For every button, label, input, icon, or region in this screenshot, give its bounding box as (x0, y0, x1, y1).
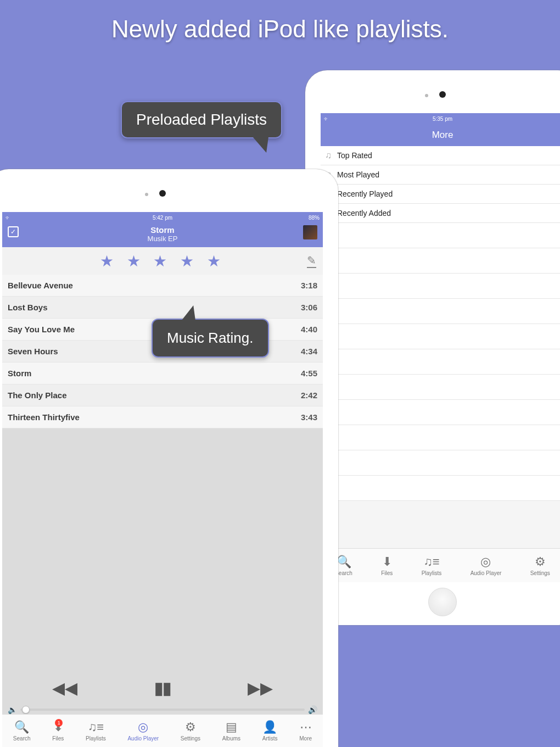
download-icon: ⬇ (382, 555, 392, 569)
star-rating[interactable]: ★ ★ ★ ★ ★ (100, 252, 225, 270)
ipad-playlists-device: ᯤ 5:35 pm More ♫Top Rated ♫Most Played ♫… (305, 70, 560, 625)
status-bar: ᯤ 5:35 pm (321, 113, 560, 124)
tab-search[interactable]: 🔍Search (13, 720, 31, 742)
tab-settings[interactable]: ⚙Settings (181, 720, 200, 742)
tab-bar: 🔍Search ⬇Files ♫≡Playlists ◎Audio Player… (321, 548, 560, 582)
playlist-label: Top Rated (337, 151, 372, 160)
now-playing-title: Storm (2, 225, 323, 235)
tab-files[interactable]: ⬇Files (381, 555, 393, 576)
marketing-headline: Newly added iPod like playlists. (0, 15, 560, 43)
playlist-item[interactable]: ♫Most Played (321, 165, 560, 185)
tab-files[interactable]: ⬇Files1 (52, 720, 64, 742)
prev-button[interactable]: ◀◀ (52, 678, 77, 698)
sensor-dot (425, 94, 428, 97)
gear-icon: ⚙ (535, 555, 546, 569)
tab-audio-player[interactable]: ◎Audio Player (471, 555, 502, 576)
preloaded-playlist-list: ♫Top Rated ♫Most Played ♫Recently Played… (321, 146, 560, 223)
artist-icon: 👤 (262, 720, 277, 734)
tab-audio-player[interactable]: ◎Audio Player (127, 720, 159, 742)
next-button[interactable]: ▶▶ (248, 678, 273, 698)
audio-icon: ◎ (480, 555, 491, 569)
track-row[interactable]: Storm4:55 (2, 363, 323, 384)
slider-knob[interactable] (22, 706, 30, 713)
track-row[interactable]: The Only Place2:42 (2, 384, 323, 406)
playlist-icon: ♫≡ (423, 555, 439, 569)
sensor-dot (145, 193, 148, 196)
volume-slider[interactable] (20, 709, 305, 711)
player-controls-area: ◀◀ ▮▮ ▶▶ 🔈 🔊 (2, 678, 323, 714)
playlist-icon: ♫≡ (88, 720, 104, 734)
callout-music-rating: Music Rating. (152, 319, 269, 358)
more-icon: ⋯ (300, 720, 312, 734)
volume-low-icon: 🔈 (8, 705, 17, 714)
tab-settings[interactable]: ⚙Settings (530, 555, 550, 576)
ipad-player-device: ᯤ 5:42 pm 88% ✓ Storm Musik EP ★ ★ ★ ★ ★… (0, 169, 338, 747)
tab-bar: 🔍Search ⬇Files1 ♫≡Playlists ◎Audio Playe… (2, 714, 323, 747)
audio-icon: ◎ (138, 720, 148, 734)
tab-artists[interactable]: 👤Artists (262, 720, 278, 742)
gear-icon: ⚙ (185, 720, 196, 734)
camera-dot (439, 91, 446, 98)
volume-slider-row: 🔈 🔊 (2, 705, 323, 714)
playlist-label: Recently Played (337, 189, 393, 198)
camera-dot (159, 190, 166, 197)
tab-albums[interactable]: ▤Albums (222, 720, 240, 742)
album-art-thumb[interactable] (303, 225, 317, 239)
callout-tail (253, 137, 274, 153)
tab-playlists[interactable]: ♫≡Playlists (86, 720, 106, 742)
status-bar: ᯤ 5:42 pm 88% (2, 212, 323, 223)
music-icon: ♫ (325, 150, 332, 160)
pause-button[interactable]: ▮▮ (154, 678, 171, 698)
empty-rows (321, 223, 560, 501)
track-row[interactable]: Thirteen Thirtyfive3:43 (2, 406, 323, 428)
playlist-item[interactable]: ♫Top Rated (321, 146, 560, 165)
albums-icon: ▤ (226, 720, 237, 734)
edit-icon[interactable]: ✎ (307, 254, 316, 268)
player-header: ✓ Storm Musik EP (2, 223, 323, 247)
header-more: More (321, 124, 560, 146)
status-time: 5:35 pm (321, 116, 560, 122)
rating-row: ★ ★ ★ ★ ★ ✎ (2, 247, 323, 275)
status-time: 5:42 pm (2, 215, 323, 221)
ipad-b-screen: ᯤ 5:35 pm More ♫Top Rated ♫Most Played ♫… (321, 113, 560, 582)
home-button[interactable] (428, 588, 457, 616)
playlist-item[interactable]: ♫Recently Added (321, 204, 560, 223)
now-playing-album: Musik EP (2, 235, 323, 243)
track-row[interactable]: Lost Boys3:06 (2, 297, 323, 319)
search-icon: 🔍 (337, 555, 351, 569)
playlist-label: Recently Added (337, 209, 391, 218)
search-icon: 🔍 (14, 720, 29, 734)
tab-more[interactable]: ⋯More (299, 720, 312, 742)
callout-preloaded-playlists: Preloaded Playlists (121, 101, 282, 138)
playlist-label: Most Played (337, 170, 379, 179)
playlist-item[interactable]: ♫Recently Played (321, 185, 560, 204)
ipad-a-screen: ᯤ 5:42 pm 88% ✓ Storm Musik EP ★ ★ ★ ★ ★… (2, 212, 323, 747)
track-row[interactable]: Bellevue Avenue3:18 (2, 275, 323, 297)
tab-playlists[interactable]: ♫≡Playlists (422, 555, 442, 576)
volume-high-icon: 🔊 (308, 705, 317, 714)
